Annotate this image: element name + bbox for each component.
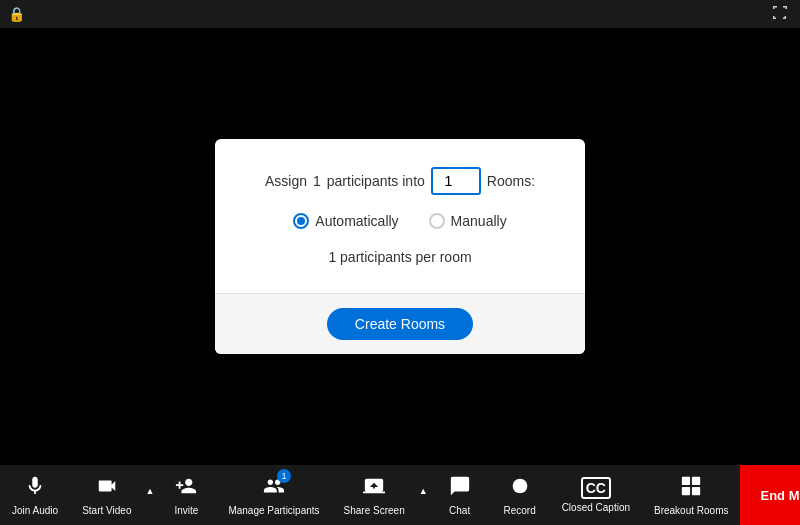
toolbar-item-join-audio[interactable]: Join Audio (0, 469, 70, 522)
rooms-number-input[interactable] (431, 167, 481, 195)
participants-icon: 1 (263, 475, 285, 502)
breakout-rooms-icon (680, 475, 702, 502)
svg-point-0 (512, 478, 527, 493)
start-video-btn[interactable]: Start Video (70, 469, 143, 522)
toolbar: Join Audio Start Video ▲ Invite (0, 465, 800, 525)
join-audio-label: Join Audio (12, 505, 58, 516)
microphone-icon (24, 475, 46, 502)
breakout-rooms-label: Breakout Rooms (654, 505, 728, 516)
assign-label-before: Assign (265, 173, 307, 189)
share-screen-label: Share Screen (344, 505, 405, 516)
toolbar-item-closed-caption[interactable]: CC Closed Caption (550, 471, 642, 519)
assign-label-after: Rooms: (487, 173, 535, 189)
manage-participants-label: Manage Participants (228, 505, 319, 516)
svg-rect-4 (692, 486, 700, 494)
record-label: Record (504, 505, 536, 516)
closed-caption-label: Closed Caption (562, 502, 630, 513)
participants-badge: 1 (277, 469, 291, 483)
top-bar: 🔒 (0, 0, 800, 28)
chat-label: Chat (449, 505, 470, 516)
radio-auto-label: Automatically (315, 213, 398, 229)
start-video-label: Start Video (82, 505, 131, 516)
video-camera-icon (96, 475, 118, 502)
assign-participants-count: 1 (313, 173, 321, 189)
dialog-content: Assign 1 participants into Rooms: Automa… (215, 139, 585, 293)
toolbar-left: Join Audio Start Video ▲ Invite (0, 469, 740, 522)
fullscreen-button[interactable] (768, 3, 792, 26)
end-meeting-button[interactable]: End Meeting (740, 465, 800, 525)
svg-rect-1 (682, 476, 690, 484)
radio-manual-circle (429, 213, 445, 229)
video-arrow-icon[interactable]: ▲ (143, 486, 156, 496)
radio-manually[interactable]: Manually (429, 213, 507, 229)
radio-automatically[interactable]: Automatically (293, 213, 398, 229)
radio-manual-label: Manually (451, 213, 507, 229)
main-area: Assign 1 participants into Rooms: Automa… (0, 28, 800, 465)
invite-icon (175, 475, 197, 502)
security-icon: 🔒 (8, 6, 25, 22)
closed-caption-icon: CC (581, 477, 611, 499)
chat-icon (449, 475, 471, 502)
toolbar-item-record[interactable]: Record (490, 469, 550, 522)
invite-label: Invite (174, 505, 198, 516)
radio-auto-circle (293, 213, 309, 229)
toolbar-item-invite[interactable]: Invite (156, 469, 216, 522)
svg-rect-2 (692, 476, 700, 484)
create-rooms-button[interactable]: Create Rooms (327, 308, 473, 340)
assign-row: Assign 1 participants into Rooms: (245, 167, 555, 195)
toolbar-item-chat[interactable]: Chat (430, 469, 490, 522)
share-screen-icon (363, 475, 385, 502)
share-screen-arrow-icon[interactable]: ▲ (417, 486, 430, 496)
share-screen-btn[interactable]: Share Screen (332, 469, 417, 522)
dialog-footer: Create Rooms (215, 293, 585, 354)
record-icon (509, 475, 531, 502)
toolbar-item-breakout-rooms[interactable]: Breakout Rooms (642, 469, 740, 522)
breakout-dialog: Assign 1 participants into Rooms: Automa… (215, 139, 585, 354)
toolbar-item-share-screen: Share Screen ▲ (332, 469, 430, 522)
per-room-text: 1 participants per room (245, 249, 555, 265)
toolbar-item-manage-participants[interactable]: 1 Manage Participants (216, 469, 331, 522)
radio-row: Automatically Manually (245, 213, 555, 229)
assign-label-middle: participants into (327, 173, 425, 189)
svg-rect-3 (682, 486, 690, 494)
toolbar-item-start-video: Start Video ▲ (70, 469, 156, 522)
